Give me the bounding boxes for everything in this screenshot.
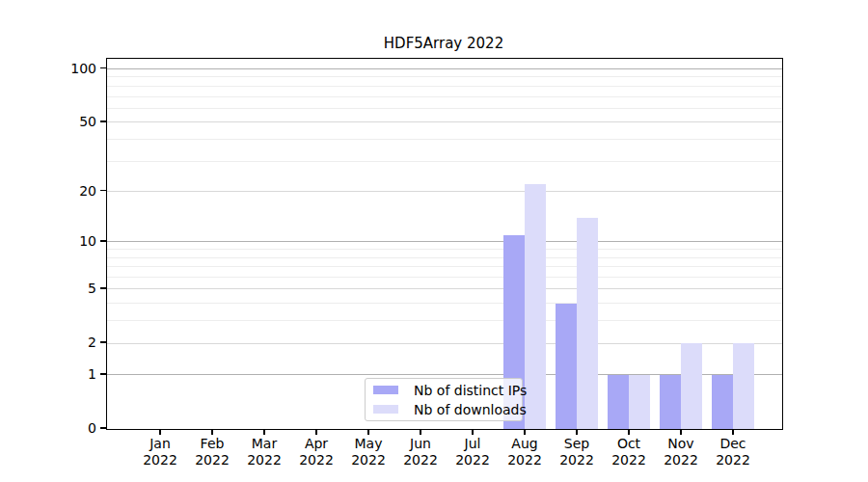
legend-item-downloads: Nb of downloads xyxy=(373,402,514,417)
bar-ips-9 xyxy=(608,375,629,429)
chart-title: HDF5Array 2022 xyxy=(106,35,781,52)
legend-swatch-distinct-ips xyxy=(373,386,398,394)
x-tick-mark-0 xyxy=(159,430,161,435)
x-tick-mark-3 xyxy=(315,430,317,435)
x-tick-label-7: Aug2022 xyxy=(496,436,554,469)
y-tick-label-5: 5 xyxy=(50,280,96,297)
y-tick-label-10: 10 xyxy=(50,232,96,250)
x-tick-label-3: Apr2022 xyxy=(287,436,345,469)
x-tick-label-9: Oct2022 xyxy=(600,436,658,469)
bars-layer xyxy=(107,59,782,429)
bar-downloads-8 xyxy=(577,218,598,429)
y-tick-mark-10 xyxy=(100,240,106,242)
x-tick-label-0: Jan2022 xyxy=(131,436,189,469)
legend-item-distinct-ips: Nb of distinct IPs xyxy=(373,383,514,398)
legend-swatch-downloads xyxy=(373,405,398,414)
y-tick-label-100: 100 xyxy=(50,60,96,77)
x-tick-mark-10 xyxy=(680,430,682,435)
y-tick-label-20: 20 xyxy=(50,182,96,200)
x-tick-mark-5 xyxy=(420,430,421,435)
x-tick-label-11: Dec2022 xyxy=(704,436,762,469)
y-tick-label-1: 1 xyxy=(50,365,96,383)
chart-figure: HDF5Array 2022 Nb of distinct IPs Nb of … xyxy=(0,0,868,482)
y-tick-mark-1 xyxy=(100,373,106,375)
x-tick-label-8: Sep2022 xyxy=(548,436,606,469)
x-tick-mark-11 xyxy=(732,430,734,435)
legend: Nb of distinct IPs Nb of downloads xyxy=(365,378,523,421)
x-tick-label-5: Jun2022 xyxy=(392,436,449,469)
bar-ips-8 xyxy=(556,304,577,429)
x-tick-mark-9 xyxy=(628,430,630,435)
bar-downloads-10 xyxy=(681,343,702,429)
x-tick-mark-4 xyxy=(367,430,369,435)
legend-label-distinct-ips: Nb of distinct IPs xyxy=(414,383,527,398)
y-tick-mark-5 xyxy=(100,287,106,289)
plot-area: Nb of distinct IPs Nb of downloads xyxy=(106,58,783,430)
bar-downloads-7 xyxy=(525,184,546,429)
bar-ips-10 xyxy=(660,375,681,429)
x-tick-label-1: Feb2022 xyxy=(183,436,241,469)
y-tick-mark-0 xyxy=(100,427,106,429)
x-tick-label-4: May2022 xyxy=(339,436,397,469)
x-tick-mark-2 xyxy=(263,430,265,435)
bar-ips-11 xyxy=(712,375,733,429)
bar-downloads-11 xyxy=(733,343,754,429)
x-tick-label-2: Mar2022 xyxy=(235,436,293,469)
x-tick-mark-8 xyxy=(576,430,578,435)
y-tick-mark-20 xyxy=(100,190,106,192)
x-tick-mark-1 xyxy=(211,430,213,435)
y-tick-mark-100 xyxy=(100,67,106,69)
y-tick-label-50: 50 xyxy=(50,113,96,130)
x-tick-label-10: Nov2022 xyxy=(652,436,710,469)
x-tick-mark-7 xyxy=(524,430,526,435)
x-tick-mark-6 xyxy=(472,430,474,435)
bar-downloads-9 xyxy=(629,375,650,429)
y-tick-label-2: 2 xyxy=(50,334,96,351)
x-tick-label-6: Jul2022 xyxy=(444,436,502,469)
y-tick-mark-50 xyxy=(100,120,106,122)
legend-label-downloads: Nb of downloads xyxy=(414,402,527,417)
y-tick-label-0: 0 xyxy=(50,419,96,437)
y-tick-mark-2 xyxy=(100,341,106,343)
